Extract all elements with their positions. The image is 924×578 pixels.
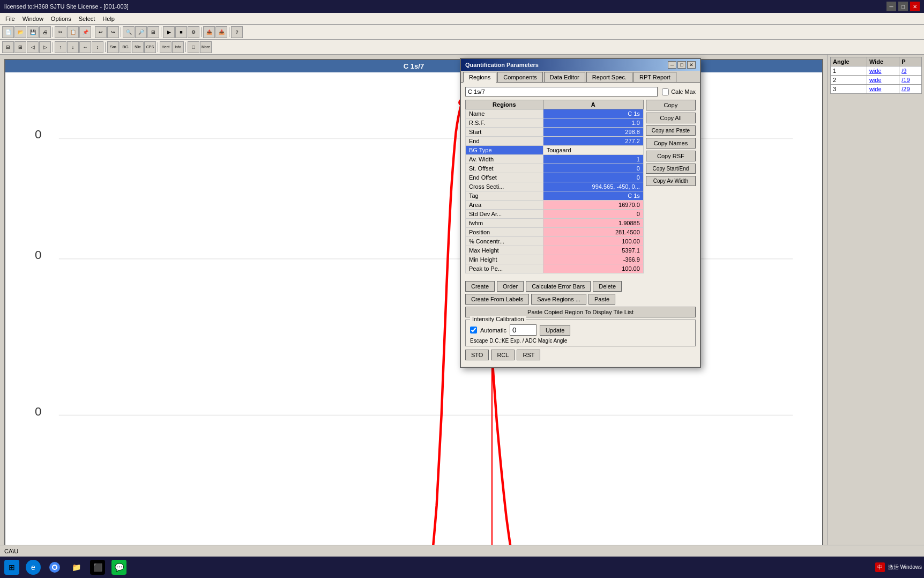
taskbar-cmd[interactable]: ⬛ xyxy=(88,558,107,577)
taskbar-edge[interactable]: e xyxy=(24,558,43,577)
menu-select[interactable]: Select xyxy=(76,15,99,23)
tb2-3[interactable]: ◁ xyxy=(27,41,39,53)
menu-window[interactable]: Window xyxy=(19,15,47,23)
tb2-2[interactable]: ⊞ xyxy=(14,41,26,53)
tab-report-spec[interactable]: Report Spec. xyxy=(586,72,632,82)
tb-copy[interactable]: 📋 xyxy=(67,26,79,38)
dialog-maximize-btn[interactable]: □ xyxy=(677,61,686,69)
tb-open[interactable]: 📂 xyxy=(14,26,26,38)
copy-av-width-button[interactable]: Copy Av Width xyxy=(646,176,696,186)
tab-rpt-report[interactable]: RPT Report xyxy=(634,72,676,82)
order-button[interactable]: Order xyxy=(497,281,524,292)
tb-redo[interactable]: ↪ xyxy=(107,26,119,38)
tab-components[interactable]: Components xyxy=(497,72,542,82)
tb2-smooth[interactable]: Sm xyxy=(107,41,119,53)
tb2-50c[interactable]: 50c xyxy=(132,41,144,53)
row-av-width[interactable]: Av. Width 1 xyxy=(466,155,644,164)
tb-export[interactable]: 📤 xyxy=(203,26,215,38)
calc-max-checkbox[interactable] xyxy=(662,88,669,95)
copy-button[interactable]: Copy xyxy=(646,100,696,110)
region-name-input[interactable] xyxy=(465,87,658,97)
tb2-1[interactable]: ⊟ xyxy=(2,41,14,53)
create-from-labels-button[interactable]: Create From Labels xyxy=(465,294,529,305)
menu-file[interactable]: File xyxy=(2,15,18,23)
tb2-bg[interactable]: BG xyxy=(120,41,131,53)
copy-and-paste-button[interactable]: Copy and Paste xyxy=(646,125,696,136)
tb2-info[interactable]: Info xyxy=(172,41,184,53)
intensity-input[interactable] xyxy=(510,324,536,336)
row-fwhm[interactable]: fwhm 1.90885 xyxy=(466,219,644,228)
tb-save[interactable]: 💾 xyxy=(27,26,39,38)
row-start[interactable]: Start 298.8 xyxy=(466,128,644,137)
copy-all-button[interactable]: Copy All xyxy=(646,113,696,123)
taskbar-folder[interactable]: 📁 xyxy=(66,558,86,577)
calc-error-bars-button[interactable]: Calculate Error Bars xyxy=(526,281,591,292)
tb2-cps[interactable]: CPS xyxy=(144,41,156,53)
row-position[interactable]: Position 281.4500 xyxy=(466,228,644,237)
row-concentr[interactable]: % Concentr... 100.00 xyxy=(466,237,644,246)
tb-print[interactable]: 🖨 xyxy=(39,26,51,38)
tb-undo[interactable]: ↩ xyxy=(95,26,107,38)
tb-help[interactable]: ? xyxy=(231,26,243,38)
tb2-more[interactable]: More xyxy=(200,41,212,53)
tb-paste[interactable]: 📌 xyxy=(79,26,91,38)
create-button[interactable]: Create xyxy=(465,281,495,292)
automatic-checkbox[interactable] xyxy=(470,327,477,334)
row-max-height[interactable]: Max Height 5397.1 xyxy=(466,246,644,255)
tb-fit[interactable]: ⊞ xyxy=(147,26,159,38)
copy-start-end-button[interactable]: Copy Start/End xyxy=(646,164,696,174)
menu-help[interactable]: Help xyxy=(99,15,118,23)
tb-cut[interactable]: ✂ xyxy=(55,26,66,38)
tb-settings[interactable]: ⚙ xyxy=(188,26,199,38)
row-cross-sect[interactable]: Cross Secti... 994.565, -450, 0... xyxy=(466,182,644,191)
menu-options[interactable]: Options xyxy=(48,15,74,23)
row-rsf[interactable]: R.S.F. 1.0 xyxy=(466,118,644,128)
row-end-offset[interactable]: End Offset 0 xyxy=(466,173,644,182)
tb2-rect[interactable]: □ xyxy=(188,41,199,53)
tb2-7[interactable]: ↔ xyxy=(79,41,91,53)
rcl-button[interactable]: RCL xyxy=(491,350,515,360)
tb-new[interactable]: 📄 xyxy=(2,26,14,38)
row-st-offset[interactable]: St. Offset 0 xyxy=(466,164,644,173)
paste-button[interactable]: Paste xyxy=(588,294,615,305)
tb-import[interactable]: 📥 xyxy=(215,26,227,38)
row-min-height[interactable]: Min Height -366.9 xyxy=(466,255,644,264)
tb-stop[interactable]: ■ xyxy=(175,26,187,38)
row-tag[interactable]: Tag C 1s xyxy=(466,191,644,201)
tb2-8[interactable]: ↕ xyxy=(92,41,103,53)
tb2-5[interactable]: ↑ xyxy=(55,41,66,53)
tab-data-editor[interactable]: Data Editor xyxy=(544,72,585,82)
table-scroll[interactable]: Regions A Name C 1s R.S.F. 1.0 xyxy=(465,100,644,278)
angle-row-2[interactable]: 2 wide /19 xyxy=(831,76,922,85)
start-button[interactable]: ⊞ xyxy=(2,558,21,577)
sto-button[interactable]: STO xyxy=(465,350,489,360)
dialog-close-btn[interactable]: ✕ xyxy=(687,61,696,69)
tb2-4[interactable]: ▷ xyxy=(39,41,51,53)
tab-regions[interactable]: Regions xyxy=(463,72,496,83)
maximize-btn[interactable]: □ xyxy=(898,2,908,11)
rst-button[interactable]: RST xyxy=(517,350,540,360)
delete-button[interactable]: Delete xyxy=(593,281,622,292)
dialog-minimize-btn[interactable]: ─ xyxy=(668,61,676,69)
row-bg-type[interactable]: BG Type Tougaard xyxy=(466,146,644,155)
save-regions-button[interactable]: Save Regions ... xyxy=(531,294,586,305)
row-std-dev[interactable]: Std Dev Ar... 0 xyxy=(466,210,644,219)
angle-row-1[interactable]: 1 wide /9 xyxy=(831,66,922,76)
tb2-hect[interactable]: Hect xyxy=(160,41,172,53)
angle-row-3[interactable]: 3 wide /29 xyxy=(831,85,922,94)
copy-rsf-button[interactable]: Copy RSF xyxy=(646,151,696,161)
minimize-btn[interactable]: ─ xyxy=(886,2,896,11)
copy-names-button[interactable]: Copy Names xyxy=(646,138,696,149)
row-end[interactable]: End 277.2 xyxy=(466,137,644,146)
tb2-6[interactable]: ↓ xyxy=(67,41,79,53)
tb-process[interactable]: ▶ xyxy=(163,26,175,38)
taskbar-chrome[interactable] xyxy=(45,558,64,577)
tb-zoom-in[interactable]: 🔍 xyxy=(123,26,135,38)
update-button[interactable]: Update xyxy=(540,325,570,336)
tb-zoom-out[interactable]: 🔎 xyxy=(135,26,147,38)
row-peak-to-pe[interactable]: Peak to Pe... 100.00 xyxy=(466,264,644,273)
taskbar-wechat[interactable]: 💬 xyxy=(109,558,129,577)
row-area[interactable]: Area 16970.0 xyxy=(466,201,644,210)
row-name[interactable]: Name C 1s xyxy=(466,109,644,118)
close-btn[interactable]: ✕ xyxy=(910,2,920,11)
